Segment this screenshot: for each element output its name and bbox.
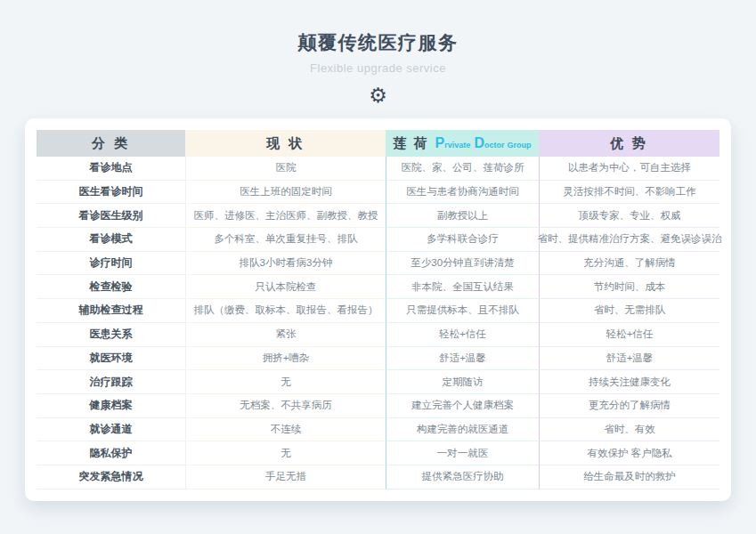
cell-advantage: 顶级专家、专业、权威 <box>539 204 719 228</box>
table-row: 检查检验 只认本院检查 非本院、全国互认结果 节约时间、成本 <box>37 275 719 299</box>
gear-icon: ⚙ <box>0 85 756 106</box>
column-header-current: 现 状 <box>185 130 386 157</box>
cell-category: 就医环境 <box>37 347 185 371</box>
cell-category: 健康档案 <box>37 394 185 418</box>
cell-lianhe: 医院、家、公司、莲荷诊所 <box>386 157 539 181</box>
cell-current: 紧张 <box>185 323 386 347</box>
cell-current: 医师、进修医、主治医师、副教授、教授 <box>185 204 386 228</box>
table-row: 医患关系 紧张 轻松+信任 轻松+信任 <box>37 323 719 347</box>
cell-current: 不连续 <box>185 418 386 442</box>
brand-en-d-cap: D <box>474 135 484 150</box>
cell-current: 多个科室、单次重复挂号、排队 <box>185 228 386 252</box>
cell-advantage: 节约时间、成本 <box>539 275 719 299</box>
cell-advantage: 更充分的了解病情 <box>539 394 719 418</box>
column-header-category: 分 类 <box>37 130 185 157</box>
cell-advantage: 充分沟通、了解病情 <box>539 252 719 276</box>
cell-lianhe: 副教授以上 <box>386 204 539 228</box>
comparison-table: 分 类 现 状 莲 荷 Prvivate DoctorGroup 优 势 看诊地… <box>37 130 719 490</box>
table-row: 就诊通道 不连续 构建完善的就医通道 省时、有效 <box>37 418 719 442</box>
cell-current: 只认本院检查 <box>185 275 386 299</box>
cell-lianhe: 构建完善的就医通道 <box>386 418 539 442</box>
cell-current: 医院 <box>185 157 386 181</box>
cell-current: 排队3小时看病3分钟 <box>185 252 386 276</box>
cell-lianhe: 提供紧急医疗协助 <box>386 465 539 490</box>
cell-category: 看诊医生级别 <box>37 204 185 228</box>
brand-en-p-rest: rvivate <box>444 141 470 150</box>
cell-category: 看诊模式 <box>37 228 185 252</box>
cell-current: 无档案、不共享病历 <box>185 394 386 418</box>
cell-category: 看诊地点 <box>37 157 185 181</box>
cell-lianhe: 多学科联合诊疗 <box>386 228 539 252</box>
table-row: 就医环境 拥挤+嘈杂 舒适+温馨 舒适+温馨 <box>37 347 719 371</box>
cell-current: 医生上班的固定时间 <box>185 181 386 205</box>
cell-category: 突发紧急情况 <box>37 465 185 490</box>
page-title: 颠覆传统医疗服务 <box>0 30 756 55</box>
cell-category: 诊疗时间 <box>37 252 185 276</box>
table-row: 辅助检查过程 排队（缴费、取标本、取报告、看报告） 只需提供标本、且不排队 省时… <box>37 299 719 323</box>
cell-advantage: 轻松+信任 <box>539 323 719 347</box>
cell-advantage: 省时、有效 <box>539 418 719 442</box>
column-header-advantage: 优 势 <box>539 130 719 157</box>
brand-en-p-cap: P <box>435 135 445 150</box>
table-row: 医生看诊时间 医生上班的固定时间 医生与患者协商沟通时间 灵活按排不时间、不影响… <box>37 181 719 205</box>
table-row: 看诊模式 多个科室、单次重复挂号、排队 多学科联合诊疗 省时、提供精准治疗方案、… <box>37 228 719 252</box>
cell-advantage: 省时、无需排队 <box>539 299 719 323</box>
cell-category: 就诊通道 <box>37 418 185 442</box>
brand-name-english: Prvivate DoctorGroup <box>435 135 532 151</box>
cell-advantage: 灵活按排不时间、不影响工作 <box>539 181 719 205</box>
cell-current: 拥挤+嘈杂 <box>185 347 386 371</box>
brand-en-group: Group <box>508 141 532 150</box>
cell-current: 无 <box>185 370 386 394</box>
cell-lianhe: 建立完善个人健康档案 <box>386 394 539 418</box>
cell-current: 无 <box>185 441 386 465</box>
cell-current: 手足无措 <box>185 465 386 490</box>
table-header-row: 分 类 现 状 莲 荷 Prvivate DoctorGroup 优 势 <box>37 130 719 157</box>
cell-category: 治疗跟踪 <box>37 370 185 394</box>
table-row: 治疗跟踪 无 定期随访 持续关注健康变化 <box>37 370 719 394</box>
table-row: 看诊医生级别 医师、进修医、主治医师、副教授、教授 副教授以上 顶级专家、专业、… <box>37 204 719 228</box>
cell-lianhe: 非本院、全国互认结果 <box>386 275 539 299</box>
cell-category: 检查检验 <box>37 275 185 299</box>
cell-advantage: 省时、提供精准治疗方案、避免误诊误治 <box>539 228 719 252</box>
cell-lianhe: 医生与患者协商沟通时间 <box>386 181 539 205</box>
table-row: 看诊地点 医院 医院、家、公司、莲荷诊所 以患者为中心，可自主选择 <box>37 157 719 181</box>
comparison-table-card: 分 类 现 状 莲 荷 Prvivate DoctorGroup 优 势 看诊地… <box>25 118 731 501</box>
cell-lianhe: 轻松+信任 <box>386 323 539 347</box>
table-row: 突发紧急情况 手足无措 提供紧急医疗协助 给生命最及时的救护 <box>37 465 719 490</box>
page-header: 颠覆传统医疗服务 Flexible upgrade service ⚙ <box>0 0 756 106</box>
page-subtitle: Flexible upgrade service <box>0 61 756 75</box>
table-body: 看诊地点 医院 医院、家、公司、莲荷诊所 以患者为中心，可自主选择 医生看诊时间… <box>37 157 719 490</box>
cell-category: 医患关系 <box>37 323 185 347</box>
cell-advantage: 舒适+温馨 <box>539 347 719 371</box>
brand-name-chinese: 莲 荷 <box>393 135 428 152</box>
table-row: 诊疗时间 排队3小时看病3分钟 至少30分钟直到讲清楚 充分沟通、了解病情 <box>37 252 719 276</box>
cell-lianhe: 只需提供标本、且不排队 <box>386 299 539 323</box>
table-row: 隐私保护 无 一对一就医 有效保护 客户隐私 <box>37 441 719 465</box>
brand-en-d-rest: octor <box>484 141 505 150</box>
cell-advantage: 以患者为中心，可自主选择 <box>539 157 719 181</box>
cell-category: 医生看诊时间 <box>37 181 185 205</box>
cell-lianhe: 至少30分钟直到讲清楚 <box>386 252 539 276</box>
cell-lianhe: 一对一就医 <box>386 441 539 465</box>
cell-lianhe: 舒适+温馨 <box>386 347 539 371</box>
table-row: 健康档案 无档案、不共享病历 建立完善个人健康档案 更充分的了解病情 <box>37 394 719 418</box>
cell-category: 隐私保护 <box>37 441 185 465</box>
cell-advantage: 有效保护 客户隐私 <box>539 441 719 465</box>
cell-category: 辅助检查过程 <box>37 299 185 323</box>
cell-advantage: 持续关注健康变化 <box>539 370 719 394</box>
column-header-brand: 莲 荷 Prvivate DoctorGroup <box>386 130 539 157</box>
cell-lianhe: 定期随访 <box>386 370 539 394</box>
cell-current: 排队（缴费、取标本、取报告、看报告） <box>185 299 386 323</box>
cell-advantage: 给生命最及时的救护 <box>539 465 719 490</box>
